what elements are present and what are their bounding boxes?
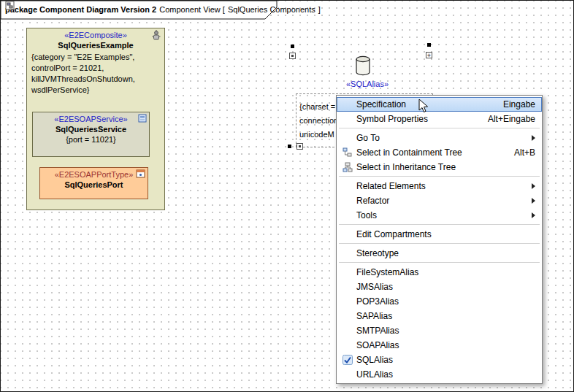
menu-item-smtpalias[interactable]: SMTPAlias [337,323,542,338]
sql-alias-label[interactable]: «SQLAlias» [331,80,404,88]
porttype-stereotype: «E2ESOAPPortType» [40,168,148,179]
menu-item-soapalias[interactable]: SOAPAlias [337,338,542,353]
frame-close-bracket: ] [318,5,321,14]
menu-item-edit-compartments[interactable]: Edit Compartments [337,227,542,242]
menu-item-select-in-containment-tree[interactable]: Select in Containment Tree Alt+B [337,145,542,160]
component-node-sqlqueriesservice[interactable]: «E2ESOAPService» SqlQueriesService {port… [32,112,150,157]
submenu-arrow-icon [532,135,535,141]
containment-tree-icon [343,147,353,158]
expand-manipulator-icon[interactable]: + [426,52,432,58]
checked-checkbox-icon [343,355,353,365]
menu-item-pop3alias[interactable]: POP3Alias [337,294,542,309]
menu-separator [339,262,540,263]
diagram-canvas[interactable]: package Component Diagram Version 2 Comp… [0,0,574,392]
component-diagram-icon [5,1,15,10]
menu-item-tools[interactable]: Tools [337,208,542,223]
submenu-arrow-icon [532,212,535,218]
submenu-arrow-icon [532,183,535,189]
e2e-soap-service-icon [138,114,147,123]
context-menu: Specification Eingabe Symbol Properties … [336,95,543,384]
menu-item-stereotype[interactable]: Stereotype [337,246,542,261]
mouse-cursor [418,99,429,113]
menu-separator [339,176,540,177]
component-node-sqlqueriesexample[interactable]: «E2EComposite» SqlQueriesExample {catego… [26,28,165,210]
menu-item-filesystemalias[interactable]: FileSystemAlias [337,265,542,280]
service-name: SqlQueriesService [33,123,149,134]
frame-diagram-name: SqlQueries Components [228,5,315,14]
composite-stereotype: «E2EComposite» [27,28,164,39]
menu-item-refactor[interactable]: Refactor [337,193,542,208]
sql-alias-cylinder-icon[interactable] [355,55,371,77]
e2e-soap-porttype-icon [136,169,145,178]
composite-properties: {category = "E2E Examples", controlPort … [27,50,164,96]
selection-handle[interactable] [427,43,431,47]
menu-item-specification[interactable]: Specification Eingabe [337,97,542,112]
collapse-manipulator-icon[interactable] [289,53,296,59]
menu-item-jmsalias[interactable]: JMSAlias [337,280,542,294]
inheritance-tree-icon [343,162,353,172]
frame-title: package Component Diagram Version 2 [5,5,156,14]
component-node-sqlqueriesport[interactable]: «E2ESOAPPortType» SqlQueriesPort [39,167,148,199]
menu-separator [339,224,540,225]
menu-item-go-to[interactable]: Go To [337,131,542,145]
menu-item-symbol-properties[interactable]: Symbol Properties Alt+Eingabe [337,112,542,126]
compartment-manipulator-icon[interactable] [296,143,303,150]
menu-item-select-in-inheritance-tree[interactable]: Select in Inheritance Tree [337,160,542,174]
e2e-composite-icon [150,30,162,42]
menu-item-related-elements[interactable]: Related Elements [337,179,542,193]
alias-properties-partial: {charset = connection unicodeM [299,100,338,142]
menu-item-urlalias[interactable]: URLAlias [337,367,542,382]
menu-separator [339,128,540,128]
frame-context: Component View [ [159,5,225,14]
service-stereotype: «E2ESOAPService» [33,112,149,123]
selection-handle[interactable] [288,145,291,148]
composite-name: SqlQueriesExample [27,39,164,50]
menu-separator [339,243,540,244]
menu-item-sqlalias[interactable]: SQLAlias [337,353,542,367]
diagram-frame-header: package Component Diagram Version 2 Comp… [1,1,280,20]
service-properties: {port = 11021} [33,134,149,144]
submenu-arrow-icon [532,198,535,204]
menu-item-sapalias[interactable]: SAPAlias [337,309,542,323]
porttype-name: SqlQueriesPort [40,179,148,189]
selection-handle[interactable] [291,45,294,48]
